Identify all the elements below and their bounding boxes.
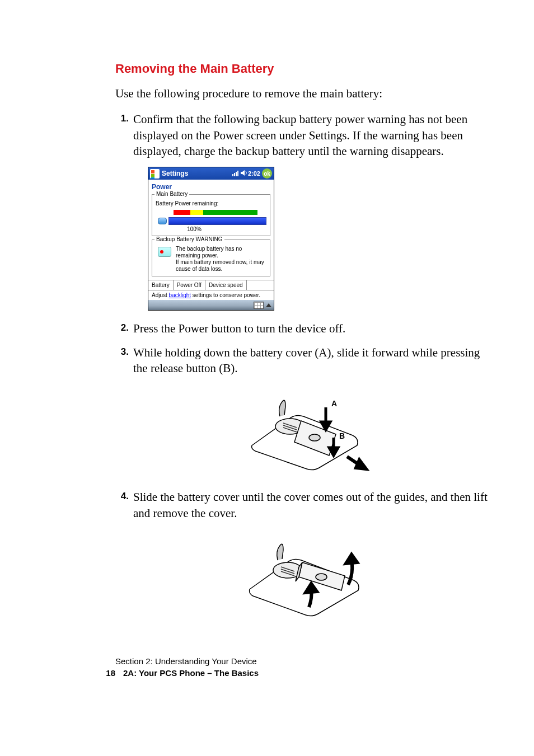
page-footer: Section 2: Understanding Your Device 182… bbox=[115, 656, 489, 678]
step-text: While holding down the battery cover (A)… bbox=[133, 345, 489, 377]
signal-icon bbox=[232, 170, 240, 178]
battery-cover-lift-figure bbox=[229, 529, 375, 624]
step-1: 1. Confirm that the following backup bat… bbox=[115, 111, 489, 159]
svg-marker-15 bbox=[356, 460, 366, 469]
battery-meter bbox=[174, 210, 257, 215]
intro-text: Use the following procedure to remove th… bbox=[115, 86, 489, 101]
step-text: Slide the battery cover until the cover … bbox=[133, 489, 489, 521]
battery-warning-icon bbox=[158, 247, 171, 257]
tabs: Battery Power Off Device speed bbox=[148, 280, 274, 290]
tab-battery[interactable]: Battery bbox=[148, 280, 174, 290]
step-number: 1. bbox=[115, 111, 133, 159]
svg-marker-4 bbox=[241, 170, 245, 176]
backlight-link[interactable]: backlight bbox=[169, 292, 191, 298]
backup-legend: Backup Battery WARNING bbox=[154, 236, 224, 242]
keyboard-icon[interactable] bbox=[254, 302, 264, 309]
clock: 2:02 bbox=[248, 170, 260, 177]
step-text: Confirm that the following backup batter… bbox=[133, 111, 489, 159]
svg-rect-1 bbox=[234, 173, 235, 176]
step-3: 3. While holding down the battery cover … bbox=[115, 345, 489, 377]
svg-point-6 bbox=[309, 434, 320, 441]
speaker-icon bbox=[240, 170, 248, 178]
app-title: Settings bbox=[162, 170, 232, 177]
svg-rect-2 bbox=[236, 172, 237, 176]
tab-device-speed[interactable]: Device speed bbox=[205, 280, 247, 290]
slider-thumb-icon bbox=[158, 218, 167, 224]
svg-marker-21 bbox=[346, 555, 357, 564]
page-number: 18 bbox=[100, 668, 123, 678]
battery-cover-slide-figure: A B bbox=[229, 384, 375, 479]
backlight-hint: Adjust backlight settings to conserve po… bbox=[148, 290, 274, 300]
svg-point-17 bbox=[316, 574, 327, 580]
titlebar: Settings 2:02 ok bbox=[148, 167, 274, 180]
section-heading: Removing the Main Battery bbox=[115, 62, 489, 76]
label-a: A bbox=[331, 399, 337, 408]
step-2: 2. Press the Power button to turn the de… bbox=[115, 321, 489, 336]
step-4: 4. Slide the battery cover until the cov… bbox=[115, 489, 489, 521]
svg-rect-0 bbox=[232, 174, 233, 176]
main-battery-legend: Main Battery bbox=[154, 191, 189, 197]
start-icon[interactable] bbox=[150, 169, 160, 179]
battery-slider[interactable] bbox=[158, 217, 266, 225]
step-number: 2. bbox=[115, 321, 133, 336]
slider-track bbox=[168, 217, 266, 225]
step-number: 4. bbox=[115, 489, 133, 521]
power-settings-screenshot: Settings 2:02 ok Power Main Battery Batt… bbox=[148, 167, 274, 311]
footer-section: Section 2: Understanding Your Device bbox=[115, 656, 489, 666]
backup-warning-text: The backup battery has no remaining powe… bbox=[176, 246, 266, 273]
step-number: 3. bbox=[115, 345, 133, 377]
footer-title: 2A: Your PCS Phone – The Basics bbox=[123, 668, 259, 678]
main-battery-group: Main Battery Battery Power remaining: 10… bbox=[152, 194, 270, 236]
backup-battery-group: Backup Battery WARNING The backup batter… bbox=[152, 240, 270, 276]
battery-remaining-label: Battery Power remaining: bbox=[156, 200, 266, 206]
step-text: Press the Power button to turn the devic… bbox=[133, 321, 345, 336]
label-b: B bbox=[339, 431, 345, 440]
battery-percent: 100% bbox=[122, 226, 266, 232]
svg-rect-3 bbox=[237, 171, 238, 176]
ok-button[interactable]: ok bbox=[262, 168, 272, 179]
taskbar bbox=[148, 300, 274, 310]
sip-up-icon[interactable] bbox=[266, 303, 271, 307]
tab-power-off[interactable]: Power Off bbox=[174, 280, 205, 290]
